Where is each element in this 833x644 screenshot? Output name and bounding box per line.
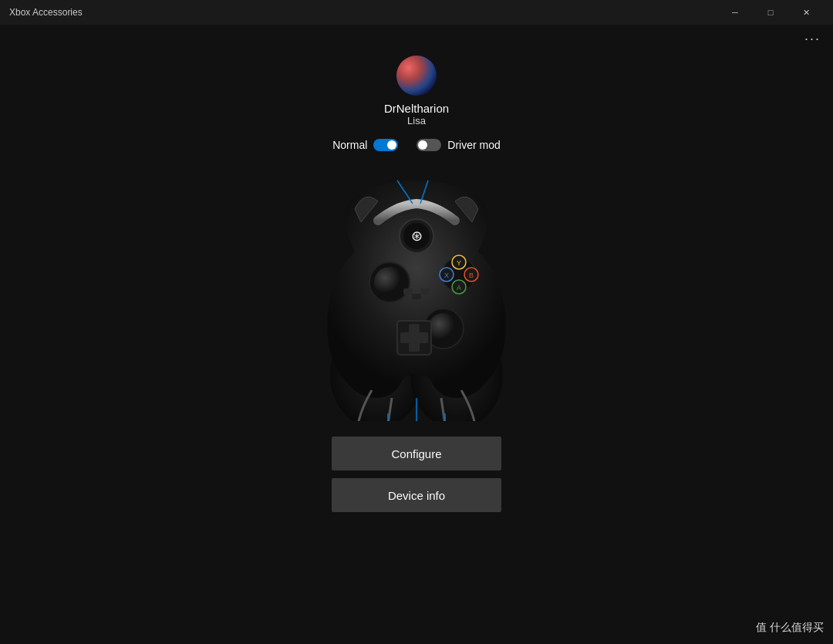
driver-mode-label: Driver mod <box>447 139 500 151</box>
svg-text:X: X <box>444 271 449 279</box>
username: DrNeltharion <box>384 102 449 115</box>
controller-image: ⊛ Y B A X <box>278 159 555 421</box>
svg-rect-21 <box>403 288 413 295</box>
buttons-row: Configure Device info <box>332 437 501 512</box>
normal-mode-toggle[interactable] <box>373 139 398 151</box>
app-title: Xbox Accessories <box>9 7 83 18</box>
titlebar: Xbox Accessories ─ □ ✕ <box>0 0 833 25</box>
controller-area: ⊛ Y B A X <box>278 159 555 421</box>
svg-rect-22 <box>420 288 430 295</box>
svg-text:⊛: ⊛ <box>411 228 423 244</box>
main-content: ··· DrNeltharion Lisa Normal Driver mod <box>0 25 833 644</box>
svg-text:B: B <box>469 271 474 279</box>
user-section: DrNeltharion Lisa <box>384 56 449 126</box>
maximize-button[interactable]: □ <box>753 0 788 25</box>
svg-point-6 <box>374 267 405 298</box>
minimize-button[interactable]: ─ <box>717 0 753 25</box>
user-tag: Lisa <box>407 115 426 126</box>
svg-text:A: A <box>457 284 461 292</box>
configure-button[interactable]: Configure <box>332 437 501 470</box>
svg-rect-11 <box>400 332 428 343</box>
svg-rect-23 <box>412 294 421 299</box>
avatar <box>396 56 437 96</box>
watermark-text: 值 什么值得买 <box>756 621 824 633</box>
normal-mode-label: Normal <box>332 139 367 151</box>
svg-text:Y: Y <box>457 259 461 267</box>
watermark: 值 什么值得买 <box>756 621 824 635</box>
driver-mode-toggle[interactable] <box>416 139 441 151</box>
normal-mode-item: Normal <box>332 139 398 151</box>
close-button[interactable]: ✕ <box>788 0 824 25</box>
device-info-button[interactable]: Device info <box>332 478 501 512</box>
more-options-button[interactable]: ··· <box>804 31 821 47</box>
svg-point-8 <box>428 313 459 344</box>
window-controls: ─ □ ✕ <box>717 0 824 25</box>
driver-mode-item: Driver mod <box>416 139 500 151</box>
mode-row: Normal Driver mod <box>332 139 501 151</box>
